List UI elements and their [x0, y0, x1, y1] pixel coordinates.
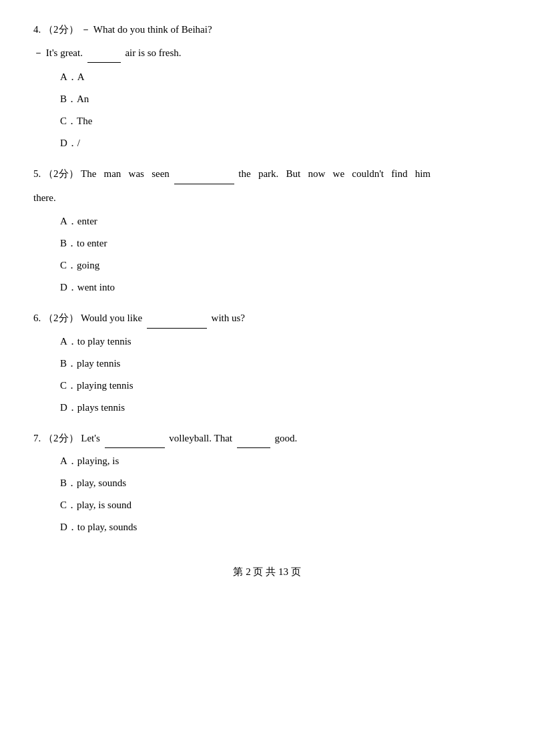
- question-7-option-a: A．playing, is: [60, 452, 501, 470]
- page-number: 第 2 页 共 13 页: [233, 566, 300, 577]
- question-4-option-a: A．A: [60, 68, 501, 86]
- question-4-points: （2分）: [41, 20, 78, 39]
- question-5-option-d: D．went into: [60, 278, 501, 297]
- question-7-number: 7.: [33, 429, 41, 448]
- question-4-option-d: D．/: [60, 134, 501, 152]
- question-7-stem: 7. （2分） Let's volleyball. That good.: [33, 429, 501, 449]
- question-6-option-a: A．to play tennis: [60, 333, 501, 351]
- question-6: 6. （2分） Would you like with us? A．to pla…: [33, 309, 501, 417]
- question-4-option-b: B．An: [60, 90, 501, 108]
- question-6-option-d: D．plays tennis: [60, 399, 501, 417]
- blank-7b: [237, 429, 270, 449]
- question-6-option-b: B．play tennis: [60, 355, 501, 373]
- blank-4: [87, 43, 121, 63]
- question-5-option-c: C．going: [60, 256, 501, 274]
- page-footer: 第 2 页 共 13 页: [33, 563, 501, 581]
- question-5: 5. （2分） The man was seen the park. But n…: [33, 164, 501, 297]
- blank-6: [147, 309, 207, 329]
- blank-7a: [105, 429, 165, 449]
- question-4-prompt: － What do you think of Beihai?: [79, 20, 212, 39]
- question-6-stem: 6. （2分） Would you like with us?: [33, 309, 501, 329]
- question-7-option-c: C．play, is sound: [60, 496, 501, 514]
- question-7-option-d: D．to play, sounds: [60, 518, 501, 536]
- question-6-number: 6.: [33, 309, 41, 328]
- question-5-option-b: B．to enter: [60, 234, 501, 252]
- question-5-number: 5.: [33, 164, 41, 184]
- question-6-option-c: C．playing tennis: [60, 377, 501, 395]
- question-4-stem: 4. （2分） － What do you think of Beihai?: [33, 20, 501, 39]
- question-5-option-a: A．enter: [60, 212, 501, 230]
- blank-5: [174, 164, 234, 184]
- question-4-subprompt: － It's great. air is so fresh.: [33, 43, 501, 63]
- question-5-continuation: there.: [33, 188, 501, 208]
- question-4: 4. （2分） － What do you think of Beihai? －…: [33, 20, 501, 152]
- question-7: 7. （2分） Let's volleyball. That good. A．p…: [33, 429, 501, 537]
- question-4-number: 4.: [33, 20, 41, 39]
- question-5-stem: 5. （2分） The man was seen the park. But n…: [33, 164, 501, 184]
- question-7-option-b: B．play, sounds: [60, 474, 501, 492]
- question-4-option-c: C．The: [60, 112, 501, 130]
